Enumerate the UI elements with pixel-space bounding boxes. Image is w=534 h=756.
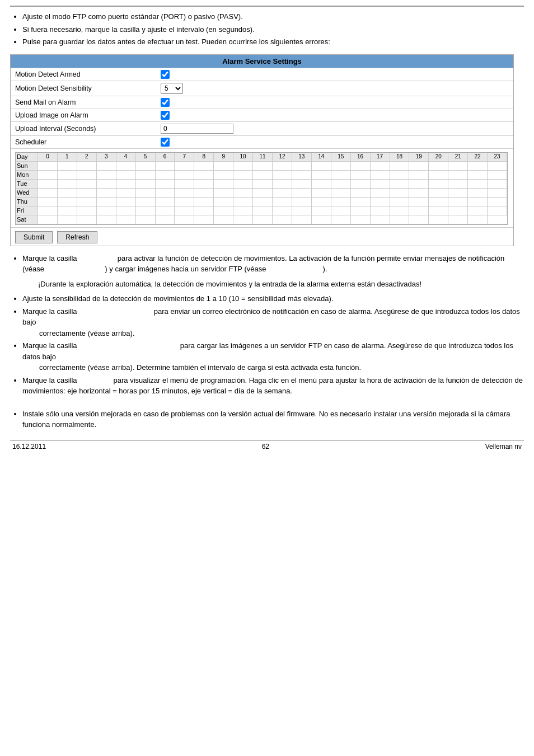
sched-cell-wed-9[interactable] bbox=[214, 189, 233, 198]
sched-cell-sun-9[interactable] bbox=[214, 162, 233, 171]
sched-cell-tue-16[interactable] bbox=[351, 180, 371, 189]
sched-cell-thu-0[interactable] bbox=[38, 198, 58, 206]
sched-cell-thu-4[interactable] bbox=[116, 198, 136, 206]
sched-cell-sat-19[interactable] bbox=[409, 215, 429, 224]
sched-cell-tue-9[interactable] bbox=[214, 180, 233, 189]
sched-cell-thu-21[interactable] bbox=[448, 198, 468, 206]
sched-cell-sun-20[interactable] bbox=[429, 162, 448, 171]
sched-cell-sun-18[interactable] bbox=[390, 162, 410, 171]
sched-cell-wed-2[interactable] bbox=[77, 189, 97, 198]
sched-cell-fri-1[interactable] bbox=[58, 206, 77, 215]
scheduler-checkbox[interactable] bbox=[161, 138, 170, 147]
sched-cell-wed-18[interactable] bbox=[390, 189, 410, 198]
sched-cell-sun-14[interactable] bbox=[312, 162, 331, 171]
sched-cell-mon-3[interactable] bbox=[97, 171, 116, 180]
sched-cell-fri-6[interactable] bbox=[156, 206, 175, 215]
sched-cell-tue-14[interactable] bbox=[312, 180, 331, 189]
sched-cell-wed-7[interactable] bbox=[175, 189, 194, 198]
sched-cell-tue-5[interactable] bbox=[136, 180, 156, 189]
sched-cell-fri-3[interactable] bbox=[97, 206, 116, 215]
sched-cell-mon-6[interactable] bbox=[156, 171, 175, 180]
sched-cell-mon-0[interactable] bbox=[38, 171, 58, 180]
sched-cell-sun-17[interactable] bbox=[371, 162, 390, 171]
sched-cell-sat-0[interactable] bbox=[38, 215, 58, 224]
sched-cell-sat-11[interactable] bbox=[253, 215, 273, 224]
sched-cell-sun-2[interactable] bbox=[77, 162, 97, 171]
sched-cell-sat-7[interactable] bbox=[175, 215, 194, 224]
sched-cell-fri-22[interactable] bbox=[468, 206, 488, 215]
sched-cell-sun-16[interactable] bbox=[351, 162, 371, 171]
sched-cell-fri-21[interactable] bbox=[448, 206, 468, 215]
sched-cell-fri-2[interactable] bbox=[77, 206, 97, 215]
sched-cell-thu-5[interactable] bbox=[136, 198, 156, 206]
sched-cell-thu-6[interactable] bbox=[156, 198, 175, 206]
sched-cell-thu-13[interactable] bbox=[292, 198, 312, 206]
sched-cell-mon-4[interactable] bbox=[116, 171, 136, 180]
motion-detect-armed-checkbox[interactable] bbox=[161, 70, 170, 79]
sched-cell-wed-19[interactable] bbox=[409, 189, 429, 198]
sched-cell-thu-20[interactable] bbox=[429, 198, 448, 206]
sched-cell-tue-18[interactable] bbox=[390, 180, 410, 189]
sched-cell-mon-22[interactable] bbox=[468, 171, 488, 180]
sched-cell-sun-10[interactable] bbox=[233, 162, 253, 171]
sched-cell-wed-14[interactable] bbox=[312, 189, 331, 198]
sched-cell-mon-5[interactable] bbox=[136, 171, 156, 180]
sched-cell-thu-1[interactable] bbox=[58, 198, 77, 206]
motion-detect-sensibility-select[interactable]: 1234 567 8910 bbox=[161, 83, 183, 94]
sched-cell-tue-8[interactable] bbox=[194, 180, 214, 189]
sched-cell-thu-3[interactable] bbox=[97, 198, 116, 206]
sched-cell-fri-12[interactable] bbox=[273, 206, 292, 215]
sched-cell-sat-2[interactable] bbox=[77, 215, 97, 224]
sched-cell-sat-14[interactable] bbox=[312, 215, 331, 224]
sched-cell-fri-20[interactable] bbox=[429, 206, 448, 215]
sched-cell-thu-14[interactable] bbox=[312, 198, 331, 206]
sched-cell-thu-11[interactable] bbox=[253, 198, 273, 206]
sched-cell-sun-13[interactable] bbox=[292, 162, 312, 171]
sched-cell-sat-9[interactable] bbox=[214, 215, 233, 224]
sched-cell-wed-12[interactable] bbox=[273, 189, 292, 198]
sched-cell-thu-23[interactable] bbox=[488, 198, 507, 206]
sched-cell-thu-2[interactable] bbox=[77, 198, 97, 206]
sched-cell-mon-18[interactable] bbox=[390, 171, 410, 180]
sched-cell-tue-7[interactable] bbox=[175, 180, 194, 189]
sched-cell-mon-1[interactable] bbox=[58, 171, 77, 180]
sched-cell-fri-8[interactable] bbox=[194, 206, 214, 215]
sched-cell-mon-23[interactable] bbox=[488, 171, 507, 180]
sched-cell-sat-6[interactable] bbox=[156, 215, 175, 224]
sched-cell-fri-18[interactable] bbox=[390, 206, 410, 215]
sched-cell-tue-4[interactable] bbox=[116, 180, 136, 189]
sched-cell-wed-20[interactable] bbox=[429, 189, 448, 198]
sched-cell-sat-22[interactable] bbox=[468, 215, 488, 224]
sched-cell-fri-13[interactable] bbox=[292, 206, 312, 215]
sched-cell-sun-7[interactable] bbox=[175, 162, 194, 171]
sched-cell-wed-8[interactable] bbox=[194, 189, 214, 198]
sched-cell-sat-4[interactable] bbox=[116, 215, 136, 224]
sched-cell-wed-13[interactable] bbox=[292, 189, 312, 198]
sched-cell-tue-6[interactable] bbox=[156, 180, 175, 189]
sched-cell-sat-12[interactable] bbox=[273, 215, 292, 224]
sched-cell-wed-5[interactable] bbox=[136, 189, 156, 198]
sched-cell-fri-4[interactable] bbox=[116, 206, 136, 215]
sched-cell-sun-11[interactable] bbox=[253, 162, 273, 171]
sched-cell-fri-11[interactable] bbox=[253, 206, 273, 215]
sched-cell-thu-15[interactable] bbox=[331, 198, 351, 206]
sched-cell-mon-17[interactable] bbox=[371, 171, 390, 180]
sched-cell-wed-0[interactable] bbox=[38, 189, 58, 198]
sched-cell-fri-16[interactable] bbox=[351, 206, 371, 215]
sched-cell-sun-19[interactable] bbox=[409, 162, 429, 171]
sched-cell-wed-17[interactable] bbox=[371, 189, 390, 198]
sched-cell-sat-3[interactable] bbox=[97, 215, 116, 224]
sched-cell-wed-3[interactable] bbox=[97, 189, 116, 198]
sched-cell-tue-15[interactable] bbox=[331, 180, 351, 189]
sched-cell-fri-17[interactable] bbox=[371, 206, 390, 215]
sched-cell-tue-13[interactable] bbox=[292, 180, 312, 189]
sched-cell-sun-21[interactable] bbox=[448, 162, 468, 171]
sched-cell-sat-1[interactable] bbox=[58, 215, 77, 224]
sched-cell-mon-11[interactable] bbox=[253, 171, 273, 180]
sched-cell-tue-2[interactable] bbox=[77, 180, 97, 189]
sched-cell-sun-15[interactable] bbox=[331, 162, 351, 171]
sched-cell-tue-10[interactable] bbox=[233, 180, 253, 189]
upload-image-checkbox[interactable] bbox=[161, 111, 170, 120]
sched-cell-sat-15[interactable] bbox=[331, 215, 351, 224]
sched-cell-sun-3[interactable] bbox=[97, 162, 116, 171]
